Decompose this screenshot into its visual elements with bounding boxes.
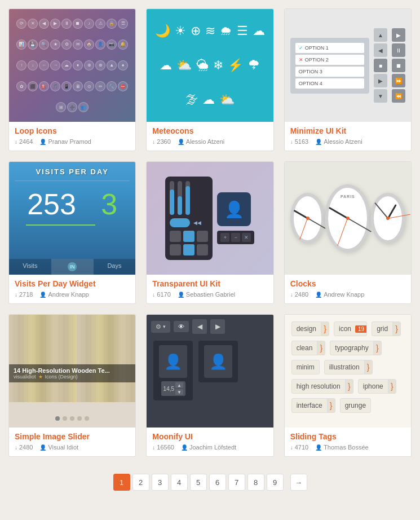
cards-grid: ⟳ ✕ ◀ ▶ ⏸ ⏹ ♪ ⚠ 🔒 ☰ 📊 💾 🔍 ★ ⚙ ✉ 🏠 👤 📷 🔔 [0, 0, 420, 465]
slider-dot-4 [77, 416, 82, 421]
card-info-loop-icons: Loop Icons ↓ 2464 👤 Pranav Pramod [9, 122, 135, 151]
slider-fill-3 [185, 186, 190, 215]
icon-dot: ⊙ [84, 81, 94, 91]
slider-wood-texture: 14 High-Resolution Wooden Te... visualid… [9, 315, 135, 402]
icon-dot: ↑ [16, 60, 26, 70]
tag-illustration: illustration } [324, 360, 373, 374]
card-loop-icons[interactable]: ⟳ ✕ ◀ ▶ ⏸ ⏹ ♪ ⚠ 🔒 ☰ 📊 💾 🔍 ★ ⚙ ✉ 🏠 👤 📷 🔔 [8, 8, 136, 151]
ctrl-dark: ■ [374, 59, 387, 72]
card-title-moonify[interactable]: Moonify UI [152, 432, 267, 441]
weather-sun-icon: ☀ [175, 24, 186, 38]
slider-dot-2 [63, 416, 67, 421]
ctrl-pause: ⏸ [392, 43, 405, 57]
icon-dot: ➕ [67, 102, 77, 112]
weather-fog-icon: 🌫 [185, 92, 198, 107]
grid-item-5 [183, 244, 194, 255]
card-title-transparent[interactable]: Transparent UI Kit [152, 279, 267, 288]
clock-center-large [346, 217, 350, 220]
card-sliding-tags[interactable]: design } icon 19 grid } clean } [284, 314, 412, 457]
minimize-controls-2: ▶ ⏸ ⏹ ⏩ ⏪ [392, 28, 405, 103]
page-btn-6[interactable]: 6 [209, 474, 226, 491]
card-downloads-slider: ↓ 2480 [15, 444, 33, 451]
check-icon: ✓ [299, 45, 303, 51]
card-minimize-ui-kit[interactable]: ✓ OPTION 1 ✕ OPTION 2 OPTION 3 OPTION 4 [284, 8, 412, 151]
card-clocks[interactable]: PARIS Clocks ↓ 2480 [284, 161, 412, 304]
weather-storm-icon: 🌩 [247, 58, 260, 73]
weather-big-cloud-icon: ☁ [202, 92, 215, 107]
page-btn-9[interactable]: 9 [267, 474, 284, 491]
tag-high-resolution: high resolution } [291, 379, 353, 394]
card-title-slider[interactable]: Simple Image Slider [15, 432, 130, 441]
page-btn-3[interactable]: 3 [152, 474, 169, 491]
tag-typography: typography } [330, 341, 381, 355]
card-meteocons[interactable]: 🌙 ☀ ⊕ ≋ 🌧 ☰ ☁ ☁ ⛅ 🌦 ❄ ⚡ 🌩 🌫 ☁ ⛅ Meteocon… [146, 8, 273, 151]
preview-meteocons: 🌙 ☀ ⊕ ≋ 🌧 ☰ ☁ ☁ ⛅ 🌦 ❄ ⚡ 🌩 🌫 ☁ ⛅ [147, 9, 273, 122]
card-title-meteocons[interactable]: Meteocons [152, 126, 267, 135]
weather-sun-cloud-icon: ⛅ [219, 92, 235, 107]
card-title-clocks[interactable]: Clocks [290, 279, 405, 288]
user-icon: 👤 [178, 139, 184, 145]
card-transparent-ui-kit[interactable]: ◀◀ 👤 + − [146, 161, 273, 304]
page-btn-8[interactable]: 8 [247, 474, 264, 491]
card-meta-visits: ↓ 2718 👤 Andrew Knapp [15, 291, 130, 298]
card-title-loop-icons[interactable]: Loop Icons [15, 126, 130, 135]
icon-dot: 🔍 [39, 39, 49, 50]
visits-count: 253 [27, 190, 76, 219]
slider-overlay: 14 High-Resolution Wooden Te... visualid… [9, 364, 135, 382]
page-btn-7[interactable]: 7 [228, 474, 245, 491]
icon-dot: ✉ [73, 39, 83, 50]
weather-cloud1-icon: ☁ [253, 24, 265, 38]
tag-interface: interface } [291, 398, 335, 413]
weather-moon-icon: 🌙 [155, 24, 170, 38]
tag-illustration-text: illustration [325, 363, 364, 371]
icon-dot: ✕ [28, 19, 38, 29]
ctrl-rew: ⏪ [392, 89, 405, 103]
page-btn-4[interactable]: 4 [171, 474, 188, 491]
grid-item-6 [197, 244, 208, 255]
visits-tab-days: Days [94, 259, 136, 275]
download-icon: ↓ [152, 444, 155, 451]
card-title-tags[interactable]: Sliding Tags [290, 432, 405, 441]
clock-center-2 [386, 217, 390, 220]
tag-illustration-bracket: } [364, 360, 372, 374]
card-title-minimize[interactable]: Minimize UI Kit [290, 126, 405, 135]
card-meta-transparent: ↓ 6170 👤 Sebastien Gabriel [152, 291, 267, 298]
download-icon: ↓ [290, 139, 293, 145]
clock-sec-hand-2 [388, 214, 410, 219]
page-btn-2[interactable]: 2 [132, 474, 149, 491]
weather-drizzle-icon: 🌦 [196, 58, 209, 73]
card-simple-image-slider[interactable]: 14 High-Resolution Wooden Te... visualid… [8, 314, 136, 457]
minimize-controls-1: ▲ ◀ ■ ▶ ▼ [374, 28, 387, 103]
clock-sec-hand-large [338, 218, 348, 246]
clock-hour-hand-large [329, 207, 348, 219]
card-downloads-transparent: ↓ 6170 [152, 291, 170, 298]
icon-dot: 🖥 [73, 81, 83, 91]
tag-icon: icon 19 [334, 321, 367, 336]
card-author-meteocons: 👤 Alessio Atzeni [178, 138, 224, 145]
icon-dot: 🔧 [107, 81, 117, 91]
transparent-toggle-row: ◀◀ [170, 218, 208, 227]
page-btn-1[interactable]: 1 [113, 474, 130, 491]
card-moonify-ui[interactable]: ⚙ ▾ 👁 ◀ ▶ 👤 14,5 ▲ ▼ [146, 314, 273, 457]
card-image-loop-icons: ⟳ ✕ ◀ ▶ ⏸ ⏹ ♪ ⚠ 🔒 ☰ 📊 💾 🔍 ★ ⚙ ✉ 🏠 👤 📷 🔔 [9, 9, 135, 122]
slider-dot-3 [70, 416, 74, 421]
tag-design-text: design [292, 325, 321, 333]
preview-loop-icons: ⟳ ✕ ◀ ▶ ⏸ ⏹ ♪ ⚠ 🔒 ☰ 📊 💾 🔍 ★ ⚙ ✉ 🏠 👤 📷 🔔 [9, 9, 135, 122]
icon-dot: ⊞ [56, 102, 66, 112]
transparent-controls: + − ✕ [217, 231, 254, 244]
card-image-clocks: PARIS [285, 162, 411, 275]
card-author-tags: 👤 Thomas Bossée [315, 444, 368, 451]
trans-ctrl-plus: + [220, 233, 229, 242]
card-title-visits[interactable]: Visits Per Day Widget [15, 279, 130, 288]
page-next-btn[interactable]: → [290, 474, 307, 491]
card-visits-per-day[interactable]: VISITS PER DAY 253 3 Visits IN Days Visi… [8, 161, 136, 304]
card-downloads-loop-icons: ↓ 2464 [15, 138, 33, 145]
card-image-meteocons: 🌙 ☀ ⊕ ≋ 🌧 ☰ ☁ ☁ ⛅ 🌦 ❄ ⚡ 🌩 🌫 ☁ ⛅ [147, 9, 273, 122]
transparent-sliders [170, 181, 208, 215]
page-btn-5[interactable]: 5 [190, 474, 207, 491]
star-icon: ★ [38, 374, 43, 380]
slider-2 [178, 181, 182, 215]
visits-delta: 3 [101, 190, 117, 219]
moonify-eye-btn: 👁 [174, 321, 189, 332]
tag-grunge: grunge [340, 398, 371, 413]
